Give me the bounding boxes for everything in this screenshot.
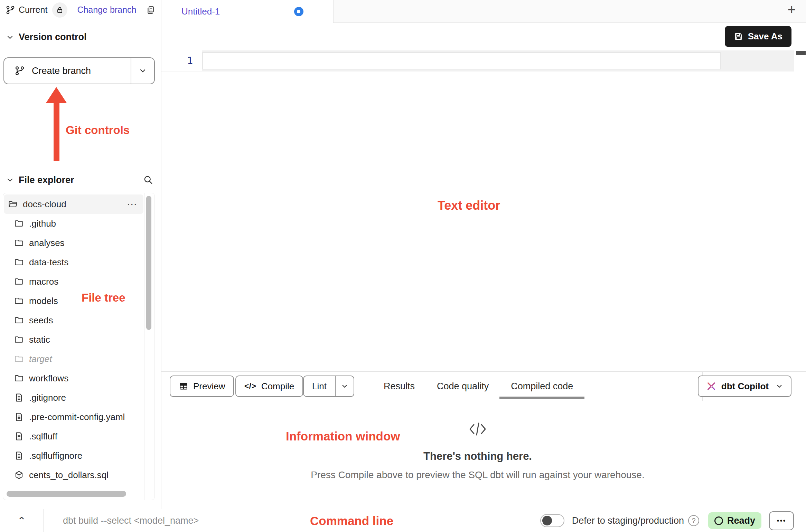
file-name: seeds bbox=[29, 315, 53, 326]
defer-toggle[interactable] bbox=[540, 514, 564, 527]
file-name: .sqlfluffignore bbox=[29, 450, 82, 461]
file-icon bbox=[14, 431, 24, 441]
chevron-down-icon bbox=[6, 34, 14, 41]
ready-status-icon bbox=[714, 516, 723, 525]
toggle-knob bbox=[542, 516, 552, 525]
compile-button[interactable]: </> Compile bbox=[235, 376, 303, 397]
version-control-header[interactable]: Version control bbox=[6, 32, 87, 42]
editor-scrollbar-thumb[interactable] bbox=[796, 51, 806, 55]
folder-icon bbox=[14, 296, 24, 306]
status-badge[interactable]: Ready bbox=[708, 512, 761, 529]
file-tree-item[interactable]: static bbox=[4, 330, 143, 349]
compile-label: Compile bbox=[261, 381, 294, 392]
change-branch-link[interactable]: Change branch bbox=[77, 5, 136, 15]
search-icon[interactable] bbox=[143, 175, 153, 185]
folder-icon bbox=[14, 354, 24, 364]
current-branch-label: Current bbox=[19, 5, 47, 15]
defer-label: Defer to staging/production bbox=[572, 515, 684, 526]
preview-button[interactable]: Preview bbox=[170, 376, 234, 397]
dbt-copilot-icon bbox=[706, 381, 716, 391]
file-name: cents_to_dollars.sql bbox=[29, 470, 109, 481]
file-icon bbox=[14, 393, 24, 402]
file-tree-item[interactable]: .sqlfluff bbox=[4, 427, 143, 446]
save-icon bbox=[734, 32, 743, 41]
command-bar: ⌃ dbt build --select <model_name> Defer … bbox=[0, 509, 806, 532]
file-icon bbox=[14, 412, 24, 422]
tab-label: Untitled-1 bbox=[181, 6, 220, 17]
file-tree-item[interactable]: .sqlfluffignore bbox=[4, 446, 143, 465]
git-branch-icon bbox=[6, 5, 15, 15]
file-tree: docs-cloud ⋯ .github analyses data-tests bbox=[4, 194, 143, 485]
new-tab-button[interactable]: + bbox=[788, 2, 796, 18]
chevron-down-icon bbox=[776, 382, 783, 390]
file-tree-vertical-scrollbar[interactable] bbox=[146, 196, 151, 330]
file-icon bbox=[14, 451, 24, 460]
version-control-title: Version control bbox=[19, 32, 87, 42]
file-tree-horizontal-scrollbar[interactable] bbox=[7, 491, 126, 497]
copilot-label: dbt Copilot bbox=[721, 381, 769, 392]
tab-code-quality[interactable]: Code quality bbox=[437, 372, 489, 401]
file-tree-item[interactable]: analyses bbox=[4, 233, 143, 253]
file-name: .sqlfluff bbox=[29, 431, 57, 442]
file-tree-item[interactable]: .pre-commit-config.yaml bbox=[4, 407, 143, 427]
file-name: models bbox=[29, 296, 58, 306]
file-tree-item[interactable]: .gitignore bbox=[4, 388, 143, 407]
lint-caret[interactable] bbox=[336, 376, 354, 396]
file-name: .pre-commit-config.yaml bbox=[29, 412, 125, 422]
folder-icon bbox=[14, 257, 24, 267]
tab-untitled-1[interactable]: Untitled-1 bbox=[161, 0, 334, 23]
editor-current-line[interactable] bbox=[202, 52, 721, 69]
file-tree-item[interactable]: cents_to_dollars.sql bbox=[4, 465, 143, 485]
annotation-file-tree: File tree bbox=[82, 291, 125, 304]
file-tree-item[interactable]: .github bbox=[4, 214, 143, 233]
expand-command-history-button[interactable]: ⌃ bbox=[0, 509, 44, 532]
status-controls: Defer to staging/production ? Ready ••• bbox=[540, 511, 794, 530]
file-tree-item-target[interactable]: target bbox=[4, 349, 143, 369]
dbt-cloud-ide: Current Change branch bbox=[0, 0, 806, 532]
command-input[interactable]: dbt build --select <model_name> bbox=[63, 515, 199, 526]
sidebar: Current Change branch bbox=[0, 0, 161, 509]
chevron-down-icon bbox=[6, 176, 14, 184]
create-branch-label: Create branch bbox=[32, 66, 91, 76]
dbt-copilot-button[interactable]: dbt Copilot bbox=[698, 376, 791, 397]
file-tree-root-docs-cloud[interactable]: docs-cloud ⋯ bbox=[4, 194, 143, 214]
folder-icon bbox=[14, 238, 24, 248]
editor-scrollbar-track[interactable] bbox=[794, 23, 806, 371]
line-number-gutter: 1 bbox=[161, 50, 202, 71]
file-tree-item[interactable]: macros bbox=[4, 272, 143, 291]
unsaved-indicator-dot bbox=[294, 7, 303, 16]
copy-icon[interactable] bbox=[146, 5, 156, 15]
more-options-button[interactable]: ••• bbox=[769, 511, 794, 530]
preview-label: Preview bbox=[193, 381, 225, 392]
file-name: macros bbox=[29, 276, 58, 287]
annotation-information-window: Information window bbox=[286, 429, 400, 443]
tab-results[interactable]: Results bbox=[384, 372, 415, 401]
file-explorer-title: File explorer bbox=[19, 175, 74, 186]
create-branch-button[interactable]: Create branch bbox=[3, 57, 155, 84]
save-as-label: Save As bbox=[748, 31, 782, 42]
help-icon[interactable]: ? bbox=[688, 515, 699, 526]
lint-split-button[interactable]: Lint bbox=[303, 376, 354, 397]
toolbar-divider bbox=[363, 372, 363, 401]
create-branch-caret[interactable] bbox=[131, 58, 154, 84]
file-name: analyses bbox=[29, 238, 65, 248]
file-tree-item[interactable]: workflows bbox=[4, 369, 143, 388]
folder-icon bbox=[14, 373, 24, 383]
editor-active-line-strip: 1 bbox=[161, 50, 794, 72]
branch-readonly-badge[interactable] bbox=[52, 2, 67, 18]
git-header: Current Change branch bbox=[0, 0, 161, 20]
file-tree-item[interactable]: seeds bbox=[4, 311, 143, 330]
file-name: .github bbox=[29, 218, 56, 229]
empty-state-subtitle: Press Compile above to preview the SQL d… bbox=[161, 469, 794, 481]
empty-state-title: There's nothing here. bbox=[161, 450, 794, 463]
file-name: docs-cloud bbox=[23, 199, 66, 210]
file-name: .gitignore bbox=[29, 392, 66, 403]
empty-state: There's nothing here. Press Compile abov… bbox=[161, 401, 794, 509]
file-explorer-header[interactable]: File explorer bbox=[6, 171, 153, 189]
tab-compiled-code[interactable]: Compiled code bbox=[511, 372, 573, 401]
model-cube-icon bbox=[14, 470, 24, 480]
tab-label: Compiled code bbox=[511, 381, 573, 392]
lint-label[interactable]: Lint bbox=[304, 376, 335, 396]
save-as-button[interactable]: Save As bbox=[725, 26, 791, 47]
file-tree-item[interactable]: data-tests bbox=[4, 253, 143, 272]
